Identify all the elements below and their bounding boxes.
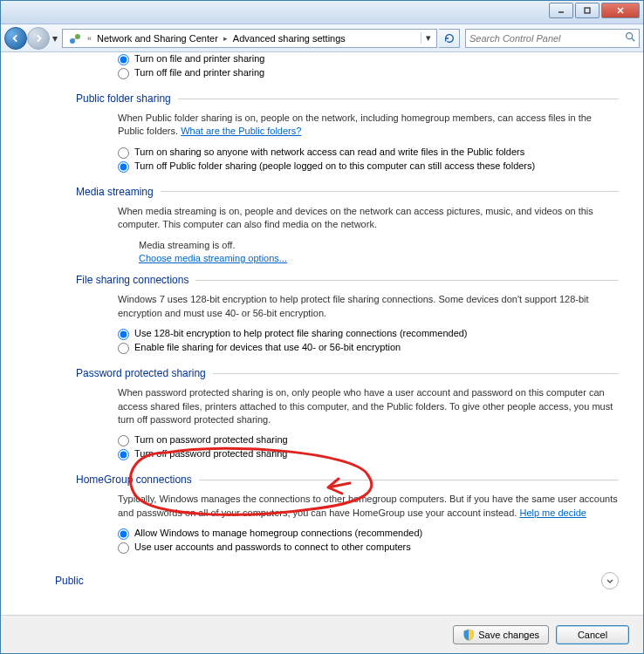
radio-label: Use 128-bit encryption to help protect f… [134,328,468,338]
radio-public-on[interactable]: Turn on sharing so anyone with network a… [118,146,619,160]
refresh-button[interactable] [439,29,460,48]
radio-label: Turn off password protected sharing [134,448,287,459]
minimize-button[interactable] [549,3,573,18]
breadcrumb-network-sharing[interactable]: Network and Sharing Center [93,30,222,47]
breadcrumb-root-chevron[interactable]: « [86,34,93,43]
radio-label: Turn on password protected sharing [134,434,288,445]
save-button-label: Save changes [478,630,539,640]
shield-icon [462,629,475,641]
radio-label: Use user accounts and passwords to conne… [134,542,411,552]
link-public-folders[interactable]: What are the Public folders? [181,126,301,136]
link-help-decide[interactable]: Help me decide [519,508,586,518]
search-icon[interactable] [621,31,639,45]
settings-content: Turn on file and printer sharing Turn of… [1,52,643,615]
section-desc: When password protected sharing is on, o… [118,387,613,425]
search-input[interactable] [466,33,621,44]
section-title-media: Media streaming [76,186,154,198]
section-title-homegroup: HomeGroup connections [76,473,192,486]
address-dropdown[interactable]: ▾ [421,32,435,44]
profile-expand-button[interactable] [601,572,619,589]
address-bar[interactable]: « Network and Sharing Center ▸ Advanced … [62,29,437,48]
radio-encrypt-128[interactable]: Use 128-bit encryption to help protect f… [118,327,619,341]
radio-homegroup-user[interactable]: Use user accounts and passwords to conne… [118,541,619,555]
control-panel-window: ▾ « Network and Sharing Center ▸ Advance… [0,0,644,654]
forward-button[interactable] [27,27,50,50]
svg-line-7 [632,38,635,42]
radio-label: Turn on file and printer sharing [134,53,264,64]
section-divider [195,280,619,281]
radio-label: Turn off Public folder sharing (people l… [134,160,535,171]
cancel-button-label: Cancel [578,630,607,640]
section-desc: When media streaming is on, people and d… [118,206,593,229]
radio-password-off[interactable]: Turn off password protected sharing [118,447,619,461]
radio-label: Turn on sharing so anyone with network a… [134,146,524,157]
radio-file-printer-off[interactable]: Turn off file and printer sharing [118,66,619,80]
section-title-password: Password protected sharing [76,367,206,379]
back-button[interactable] [4,27,27,50]
radio-file-printer-on[interactable]: Turn on file and printer sharing [118,52,619,66]
section-divider [161,191,619,192]
svg-point-6 [627,33,633,39]
section-divider [178,99,619,99]
section-desc: Windows 7 uses 128-bit encryption to hel… [118,294,589,317]
chevron-right-icon[interactable]: ▸ [222,34,230,43]
radio-password-on[interactable]: Turn on password protected sharing [118,433,619,447]
profile-public-label: Public [55,575,84,587]
section-divider [199,480,619,480]
radio-homegroup-windows[interactable]: Allow Windows to manage homegroup connec… [118,527,619,541]
cancel-button[interactable]: Cancel [556,625,629,644]
media-status: Media streaming is off. [139,239,619,252]
radio-public-off[interactable]: Turn off Public folder sharing (people l… [118,160,619,174]
link-media-options[interactable]: Choose media streaming options... [139,253,287,263]
window-titlebar [1,1,643,24]
radio-label: Enable file sharing for devices that use… [134,342,401,352]
save-changes-button[interactable]: Save changes [453,625,549,644]
section-divider [213,373,619,374]
section-title-public-folder: Public folder sharing [76,92,171,105]
network-icon [68,31,82,45]
history-dropdown[interactable]: ▾ [50,32,60,44]
breadcrumb-advanced-sharing[interactable]: Advanced sharing settings [230,30,349,47]
radio-label: Allow Windows to manage homegroup connec… [134,528,422,538]
footer-bar: Save changes Cancel [1,615,643,653]
maximize-button[interactable] [575,3,599,18]
close-button[interactable] [601,3,640,18]
section-title-file-conn: File sharing connections [76,274,188,286]
search-box[interactable] [465,29,640,48]
navigation-bar: ▾ « Network and Sharing Center ▸ Advance… [1,24,643,52]
radio-encrypt-40-56[interactable]: Enable file sharing for devices that use… [118,341,619,355]
radio-label: Turn off file and printer sharing [134,67,264,78]
svg-rect-1 [585,8,590,13]
